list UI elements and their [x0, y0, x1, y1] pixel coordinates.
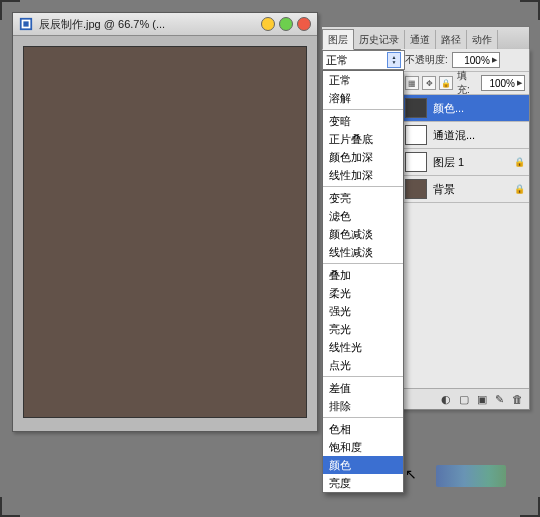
lock-icon: 🔒: [514, 157, 525, 167]
menu-item[interactable]: 叠加: [323, 266, 403, 284]
layer-item[interactable]: 背景🔒: [401, 176, 529, 203]
svg-rect-2: [23, 21, 28, 26]
layers-panel: 不透明度: 100%▶ ▦ ✥ 🔒 填充: 100%▶ 颜色...通道混...图…: [400, 49, 530, 410]
crop-mark-bl: [0, 497, 20, 517]
opacity-label: 不透明度:: [405, 53, 448, 67]
menu-item[interactable]: 变暗: [323, 112, 403, 130]
menu-separator: [323, 109, 403, 110]
menu-item[interactable]: 溶解: [323, 89, 403, 107]
canvas[interactable]: [23, 46, 307, 418]
crop-mark-tr: [520, 0, 540, 20]
stepper-icon[interactable]: ▲▼: [387, 52, 401, 68]
blend-mode-dropdown[interactable]: 正常 ▲▼: [322, 50, 405, 70]
tab-actions[interactable]: 动作: [467, 30, 498, 49]
document-titlebar[interactable]: 辰辰制作.jpg @ 66.7% (...: [13, 13, 317, 36]
lock-position-icon[interactable]: ✥: [422, 76, 436, 90]
layer-thumbnail: [405, 152, 427, 172]
layer-item[interactable]: 图层 1🔒: [401, 149, 529, 176]
tab-layers[interactable]: 图层: [322, 29, 354, 50]
zoom-button[interactable]: [279, 17, 293, 31]
menu-separator: [323, 417, 403, 418]
fill-field[interactable]: 100%▶: [481, 75, 525, 91]
panel-tabs[interactable]: 图层 历史记录 通道 路径 动作: [322, 26, 530, 50]
lock-icons[interactable]: ▦ ✥ 🔒: [405, 76, 453, 90]
lock-pixels-icon[interactable]: ▦: [405, 76, 419, 90]
menu-item[interactable]: 变亮: [323, 189, 403, 207]
layer-name: 通道混...: [433, 128, 475, 143]
footer-icon[interactable]: ✎: [495, 393, 504, 406]
layer-thumbnail: [405, 125, 427, 145]
menu-item[interactable]: 强光: [323, 302, 403, 320]
layer-thumbnail: [405, 179, 427, 199]
footer-icon[interactable]: ◐: [441, 393, 451, 406]
layer-name: 图层 1: [433, 155, 464, 170]
lock-row: ▦ ✥ 🔒 填充: 100%▶: [401, 72, 529, 95]
blend-mode-current: 正常: [326, 53, 348, 68]
layer-item[interactable]: 颜色...: [401, 95, 529, 122]
menu-item[interactable]: 色相: [323, 420, 403, 438]
minimize-button[interactable]: [261, 17, 275, 31]
menu-item[interactable]: 颜色: [323, 456, 403, 474]
menu-separator: [323, 376, 403, 377]
menu-item[interactable]: 正常: [323, 71, 403, 89]
menu-item[interactable]: 点光: [323, 356, 403, 374]
tab-channels[interactable]: 通道: [405, 30, 436, 49]
window-controls[interactable]: [261, 17, 311, 31]
menu-separator: [323, 186, 403, 187]
menu-item[interactable]: 饱和度: [323, 438, 403, 456]
menu-item[interactable]: 排除: [323, 397, 403, 415]
footer-icon[interactable]: 🗑: [512, 393, 523, 405]
fill-label: 填充:: [457, 69, 477, 97]
footer-icon[interactable]: ▢: [459, 393, 469, 406]
menu-item[interactable]: 亮光: [323, 320, 403, 338]
opacity-field[interactable]: 100%▶: [452, 52, 500, 68]
layer-name: 颜色...: [433, 101, 464, 116]
document-window: 辰辰制作.jpg @ 66.7% (...: [12, 12, 318, 432]
tab-paths[interactable]: 路径: [436, 30, 467, 49]
menu-item[interactable]: 正片叠底: [323, 130, 403, 148]
menu-item[interactable]: 柔光: [323, 284, 403, 302]
cursor-icon: ↖: [405, 466, 417, 482]
lock-icon: 🔒: [514, 184, 525, 194]
menu-separator: [323, 263, 403, 264]
layer-list[interactable]: 颜色...通道混...图层 1🔒背景🔒: [401, 95, 529, 203]
close-button[interactable]: [297, 17, 311, 31]
panel-footer: ◐ ▢ ▣ ✎ 🗑: [401, 388, 529, 409]
layer-item[interactable]: 通道混...: [401, 122, 529, 149]
menu-item[interactable]: 线性加深: [323, 166, 403, 184]
decorative-gradient: [436, 465, 506, 487]
layer-thumbnail: [405, 98, 427, 118]
tab-history[interactable]: 历史记录: [354, 30, 405, 49]
document-title: 辰辰制作.jpg @ 66.7% (...: [39, 17, 255, 32]
app-icon: [19, 17, 33, 31]
menu-item[interactable]: 滤色: [323, 207, 403, 225]
layer-name: 背景: [433, 182, 455, 197]
lock-all-icon[interactable]: 🔒: [439, 76, 453, 90]
menu-item[interactable]: 差值: [323, 379, 403, 397]
menu-item[interactable]: 亮度: [323, 474, 403, 492]
menu-item[interactable]: 颜色减淡: [323, 225, 403, 243]
footer-icon[interactable]: ▣: [477, 393, 487, 406]
blend-mode-menu[interactable]: 正常溶解变暗正片叠底颜色加深线性加深变亮滤色颜色减淡线性减淡叠加柔光强光亮光线性…: [322, 70, 404, 493]
menu-item[interactable]: 线性光: [323, 338, 403, 356]
menu-item[interactable]: 线性减淡: [323, 243, 403, 261]
menu-item[interactable]: 颜色加深: [323, 148, 403, 166]
crop-mark-br: [520, 497, 540, 517]
